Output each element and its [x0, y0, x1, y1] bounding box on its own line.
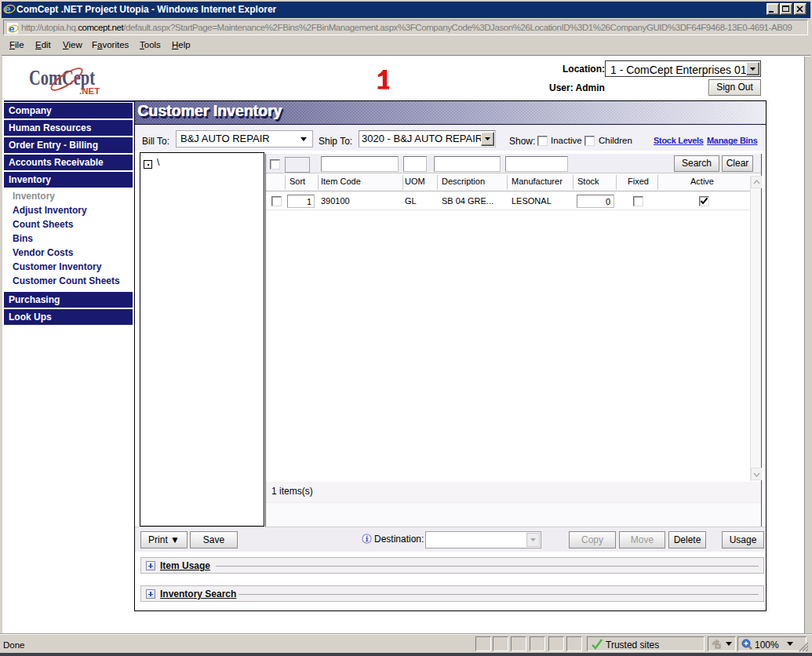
svg-text:.NET: .NET [79, 86, 100, 96]
